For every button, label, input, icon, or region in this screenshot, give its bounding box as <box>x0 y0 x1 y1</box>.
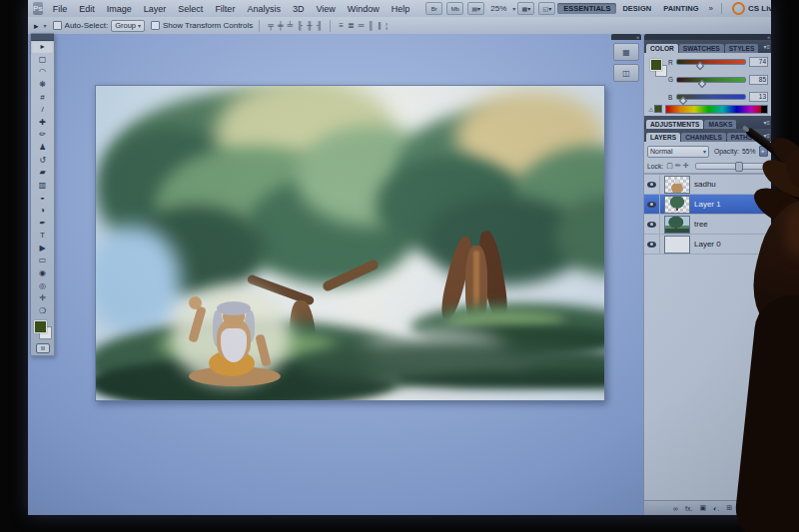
layer-thumbnail[interactable] <box>664 196 690 214</box>
zoom-level[interactable]: 25% <box>490 4 506 13</box>
blur-tool[interactable]: ◒ <box>31 192 54 205</box>
clone-stamp-tool[interactable]: ♟ <box>31 142 54 155</box>
web-color-cube[interactable] <box>654 105 662 113</box>
tab-styles[interactable]: STYLES <box>725 44 759 53</box>
layer-row-sadhu[interactable]: sadhu <box>644 175 771 195</box>
layer-thumbnail[interactable] <box>664 216 690 234</box>
distribute-horizontal-centers-icon[interactable]: ∥ <box>378 21 382 30</box>
menu-edit[interactable]: Edit <box>73 4 101 14</box>
menu-file[interactable]: File <box>47 4 74 14</box>
distribute-top-edges-icon[interactable]: ≡ <box>339 21 344 30</box>
menu-help[interactable]: Help <box>386 4 416 14</box>
layer-row-layer-0[interactable]: Layer 0 <box>644 235 771 255</box>
slider-track[interactable] <box>676 77 746 83</box>
menu-layer[interactable]: Layer <box>138 4 173 14</box>
slider-handle[interactable] <box>698 79 706 87</box>
opacity-slider-handle[interactable] <box>735 162 743 172</box>
menu-analysis[interactable]: Analysis <box>241 4 287 14</box>
workspace-essentials[interactable]: ESSENTIALS <box>557 3 616 14</box>
workspace-overflow-button[interactable]: » <box>704 4 716 13</box>
workspace-painting[interactable]: PAINTING <box>657 3 704 14</box>
tab-adjustments[interactable]: ADJUSTMENTS <box>646 120 703 129</box>
eyedropper-tool[interactable]: / <box>31 104 54 117</box>
layer-visibility-toggle[interactable] <box>644 235 660 254</box>
menu-image[interactable]: Image <box>101 4 138 14</box>
align-right-edges-icon[interactable]: ╢ <box>317 21 323 30</box>
workspace-design[interactable]: DESIGN <box>616 3 657 14</box>
lock-position-icon[interactable]: ✛ <box>683 162 689 170</box>
distribute-bottom-edges-icon[interactable]: ═ <box>359 21 365 30</box>
delete-layer-icon[interactable]: ▯ <box>739 504 743 512</box>
tools-panel-grip[interactable] <box>31 34 54 41</box>
view-extras-icon[interactable]: ▤▾ <box>467 2 484 15</box>
opacity-slider-track[interactable] <box>695 163 769 170</box>
slider-track[interactable] <box>676 59 746 65</box>
menu-3d[interactable]: 3D <box>287 4 311 14</box>
menu-select[interactable]: Select <box>172 4 209 14</box>
crop-tool[interactable]: # <box>31 91 54 104</box>
gradient-tool[interactable]: ▥ <box>31 180 54 193</box>
layer-visibility-toggle[interactable] <box>644 215 660 234</box>
opacity-value[interactable]: 55% <box>742 148 756 155</box>
menu-window[interactable]: Window <box>342 4 386 14</box>
launch-mini-bridge-icon[interactable]: Mb <box>446 2 463 15</box>
distribute-right-edges-icon[interactable]: ¦ <box>386 21 388 30</box>
type-tool[interactable]: T <box>31 230 54 243</box>
layer-thumbnail[interactable] <box>664 236 690 254</box>
layer-visibility-toggle[interactable] <box>644 195 660 214</box>
blend-mode-dropdown[interactable]: Normal ▾ <box>647 146 709 158</box>
tab-masks[interactable]: MASKS <box>704 120 736 129</box>
menu-filter[interactable]: Filter <box>209 4 241 14</box>
adjustment-layer-icon[interactable]: ◐. <box>713 505 719 512</box>
dock-panel-icon-1[interactable]: ▦ <box>613 43 639 61</box>
distribute-vertical-centers-icon[interactable]: ≣ <box>348 21 355 30</box>
lock-pixels-icon[interactable]: ✏ <box>675 162 681 170</box>
opacity-slider-button[interactable]: ▸ <box>759 146 768 157</box>
lock-transparency-icon[interactable]: ▢ <box>666 162 673 170</box>
screen-mode-icon[interactable]: ◱▾ <box>538 2 555 15</box>
panel-menu-icon[interactable]: ▾≡ <box>763 132 770 139</box>
align-left-edges-icon[interactable]: ╟ <box>297 21 303 30</box>
dock-collapse-button[interactable]: « <box>611 34 641 40</box>
tab-color[interactable]: COLOR <box>646 44 678 53</box>
eraser-tool[interactable]: ▰ <box>31 167 54 180</box>
panel-color-swatches[interactable] <box>648 57 668 102</box>
show-transform-controls-checkbox[interactable] <box>151 21 160 30</box>
new-layer-icon[interactable]: ⊞ <box>726 504 732 512</box>
3d-camera-rotate-tool[interactable]: ◎ <box>31 279 54 292</box>
history-brush-tool[interactable]: ↺ <box>31 154 54 167</box>
dock-panel-icon-2[interactable]: ◫ <box>613 64 639 82</box>
slider-track[interactable] <box>676 94 746 100</box>
gamut-warning-icon[interactable]: ⚠ <box>648 106 653 113</box>
add-layer-mask-icon[interactable]: ▣ <box>699 504 706 512</box>
link-layers-icon[interactable]: ∞ <box>673 505 678 512</box>
align-bottom-edges-icon[interactable]: ╧ <box>288 21 294 30</box>
foreground-color-swatch[interactable] <box>34 320 47 333</box>
layer-style-icon[interactable]: fx. <box>685 505 692 512</box>
dodge-tool[interactable]: ◑ <box>31 205 54 218</box>
tab-paths[interactable]: PATHS <box>727 133 756 142</box>
zoom-tool[interactable]: ❍ <box>31 304 54 317</box>
distribute-left-edges-icon[interactable]: ║ <box>368 21 374 30</box>
layer-row-tree[interactable]: tree <box>644 215 771 235</box>
pen-tool[interactable]: ✒ <box>31 217 54 230</box>
auto-select-checkbox[interactable] <box>53 21 62 30</box>
arrange-documents-icon[interactable]: ▦▾ <box>517 2 534 15</box>
color-spectrum-ramp[interactable] <box>665 105 768 114</box>
tab-swatches[interactable]: SWATCHES <box>679 44 724 53</box>
layer-visibility-toggle[interactable] <box>644 175 660 194</box>
tab-channels[interactable]: CHANNELS <box>681 133 726 142</box>
3d-object-rotate-tool[interactable]: ◉ <box>31 267 54 280</box>
panel-menu-icon[interactable]: ▾≡ <box>763 43 770 50</box>
color-swatch-control[interactable] <box>31 317 54 341</box>
launch-bridge-icon[interactable]: Br <box>425 2 442 15</box>
menu-view[interactable]: View <box>310 4 341 14</box>
align-top-edges-icon[interactable]: ╤ <box>268 21 274 30</box>
quick-mask-button[interactable] <box>31 341 54 355</box>
auto-select-dropdown[interactable]: Group ▾ <box>111 20 145 32</box>
spot-healing-brush-tool[interactable]: ✚ <box>31 117 54 130</box>
quick-selection-tool[interactable]: ❋ <box>31 79 54 92</box>
cs-live-button[interactable]: CS Live ▾ <box>732 2 771 15</box>
layer-row-layer-1[interactable]: Layer 1 <box>644 195 771 215</box>
brush-tool[interactable]: ✏ <box>31 129 54 142</box>
